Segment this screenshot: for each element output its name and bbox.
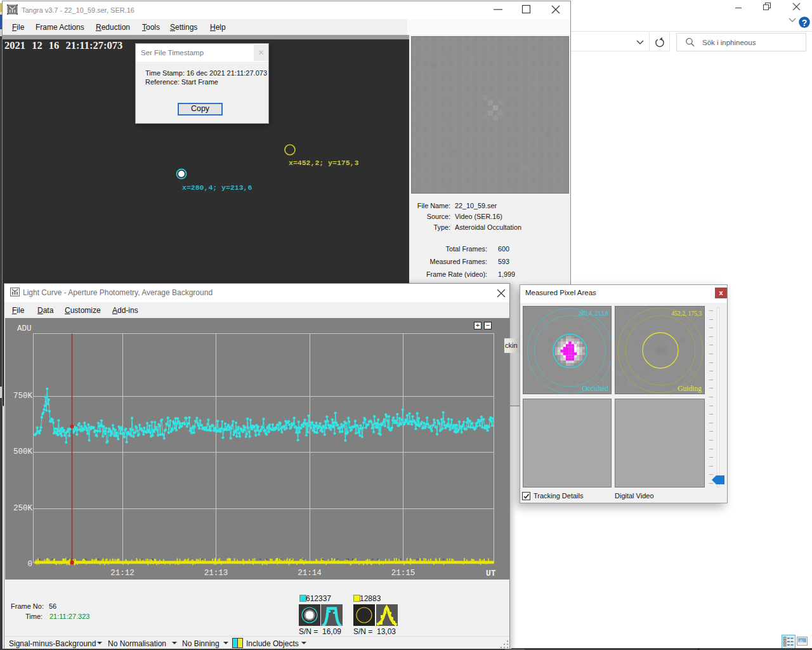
svg-text:280,4, 213,6: 280,4, 213,6	[579, 310, 609, 317]
svg-text:Guiding: Guiding	[678, 385, 702, 393]
svg-text:Occulted: Occulted	[582, 385, 608, 392]
svg-text:452,2, 175,3: 452,2, 175,3	[672, 310, 702, 317]
svg-text:?: ?	[802, 18, 808, 28]
